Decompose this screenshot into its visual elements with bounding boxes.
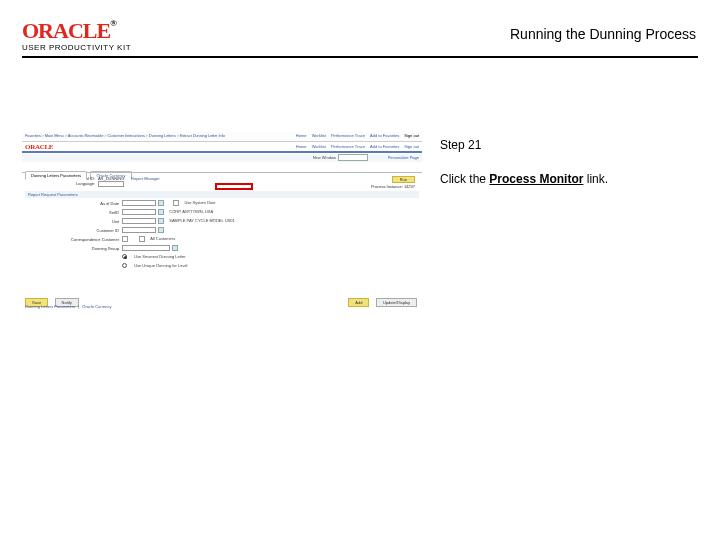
app-screenshot: Favorites > Main Menu > Accounts Receiva… [22, 132, 422, 330]
brand-text: ORACLE [22, 18, 110, 43]
update-button[interactable]: Update/Display [376, 298, 417, 307]
lookup-icon[interactable] [158, 218, 164, 224]
customer-label: Customer ID [22, 228, 119, 233]
add-button[interactable]: Add [348, 298, 369, 307]
subheader-links: Home Worklist Performance Trace Add to F… [292, 144, 419, 149]
page-root: ORACLE® USER PRODUCTIVITY KIT Running th… [0, 0, 720, 540]
crumb-extract[interactable]: Extract Dunning Letter Info [180, 133, 225, 138]
customer-input[interactable] [122, 227, 156, 233]
crumb-dunning[interactable]: Dunning Letters [149, 133, 176, 138]
as-of-date-input[interactable] [122, 200, 156, 206]
oracle-logo: ORACLE® USER PRODUCTIVITY KIT [22, 18, 131, 52]
unit-input[interactable] [122, 218, 156, 224]
crumb-sep: > [65, 133, 67, 138]
bottom-link-currency[interactable]: Oracle Currency [82, 304, 111, 309]
params-form: As of Date Use System Date SetID CORP, A… [22, 200, 422, 272]
process-monitor-link[interactable] [215, 183, 253, 190]
lang-label: Language: [55, 181, 95, 186]
instr-before: Click the [440, 172, 489, 186]
crumb-sep: > [42, 133, 44, 138]
oracle-wordmark: ORACLE® [22, 18, 131, 44]
link-home[interactable]: Home [296, 133, 307, 138]
use-sys-date-checkbox[interactable] [173, 200, 179, 206]
bottom-link-params[interactable]: Dunning Letters Parameters [25, 304, 75, 309]
instr-after: link. [583, 172, 608, 186]
dunning-group-label: Dunning Group [22, 246, 119, 251]
report-mgr-link[interactable]: Report Manager [131, 176, 160, 181]
global-links: Home Worklist Performance Trace Add to F… [292, 133, 419, 138]
lookup-icon[interactable] [158, 227, 164, 233]
calendar-icon[interactable] [158, 200, 164, 206]
tm-symbol: ® [110, 18, 116, 28]
new-window-select[interactable] [338, 154, 368, 161]
sub-link-worklist[interactable]: Worklist [312, 144, 326, 149]
tab-dunning-params[interactable]: Dunning Letters Parameters [25, 171, 87, 180]
link-perf-trace[interactable]: Performance Trace [331, 133, 365, 138]
doc-header: ORACLE® USER PRODUCTIVITY KIT Running th… [22, 18, 698, 58]
use-sys-date-label: Use System Date [184, 200, 215, 205]
crumb-favorites[interactable]: Favorites [25, 133, 41, 138]
bottom-tabs-links: Dunning Letters Parameters | Oracle Curr… [25, 304, 111, 309]
crumb-sep: > [104, 133, 106, 138]
instruction-text: Click the Process Monitor link. [440, 172, 692, 186]
run-button[interactable]: Run [392, 176, 415, 183]
radio-severest-label: Use Severest Dunning Letter [134, 254, 185, 259]
product-name: USER PRODUCTIVITY KIT [22, 43, 131, 52]
link-worklist[interactable]: Worklist [312, 133, 326, 138]
sub-link-home[interactable]: Home [296, 144, 307, 149]
all-cust-checkbox[interactable] [139, 236, 145, 242]
lookup-icon[interactable] [158, 209, 164, 215]
corr-cust-checkbox[interactable] [122, 236, 128, 242]
breadcrumb[interactable]: Favorites > Main Menu > Accounts Receiva… [25, 133, 225, 138]
new-window-label[interactable]: New Window [313, 155, 336, 160]
crumb-sep: > [177, 133, 179, 138]
bottom-sep: | [78, 304, 79, 309]
crumb-ar[interactable]: Accounts Receivable [68, 133, 103, 138]
radio-unique-label: Use Unique Dunning for Level [134, 263, 187, 268]
as-of-date-label: As of Date [22, 201, 119, 206]
instruction-panel: Step 21 Click the Process Monitor link. [440, 138, 692, 186]
instance-label: Process Instance: [371, 184, 403, 189]
crumb-main-menu[interactable]: Main Menu [45, 133, 64, 138]
instance-value: 14297 [404, 184, 415, 189]
radio-unique[interactable] [122, 263, 127, 268]
mini-oracle-logo: ORACLE [25, 143, 53, 151]
crumb-sep: > [146, 133, 148, 138]
sub-link-signout[interactable]: Sign out [404, 144, 419, 149]
setid-desc: CORP, ANYTOWN, USA [169, 209, 213, 214]
dunning-group-select[interactable] [122, 245, 170, 251]
global-nav: Favorites > Main Menu > Accounts Receiva… [22, 132, 422, 142]
radio-severest[interactable] [122, 254, 127, 259]
step-label: Step 21 [440, 138, 692, 152]
sub-link-fav[interactable]: Add to Favorites [370, 144, 399, 149]
run-right: Run Process Instance: 14297 [371, 176, 415, 189]
lang-select[interactable] [98, 181, 124, 187]
sub-link-perf[interactable]: Performance Trace [331, 144, 365, 149]
chevron-down-icon[interactable] [172, 245, 178, 251]
unit-desc: SAMPLE PAY CYCLE MODEL US01 [169, 218, 234, 223]
toolbar: New Window Personalize Page [22, 154, 422, 162]
setid-label: SetID [22, 210, 119, 215]
crumb-cust-int[interactable]: Customer Interactions [108, 133, 145, 138]
unit-label: Unit [22, 219, 119, 224]
panel-title: Report Request Parameters [25, 191, 419, 198]
link-add-fav[interactable]: Add to Favorites [370, 133, 399, 138]
personalize-link[interactable]: Personalize Page [388, 155, 419, 160]
setid-input[interactable] [122, 209, 156, 215]
process-monitor-link-text: Process Monitor [489, 172, 583, 186]
doc-title: Running the Dunning Process [510, 26, 696, 42]
corr-cust-label: Correspondence Customer [22, 237, 119, 242]
all-cust-label: All Customers [150, 236, 175, 241]
link-signout[interactable]: Sign out [404, 133, 419, 138]
app-subheader: ORACLE Home Worklist Performance Trace A… [22, 142, 422, 153]
